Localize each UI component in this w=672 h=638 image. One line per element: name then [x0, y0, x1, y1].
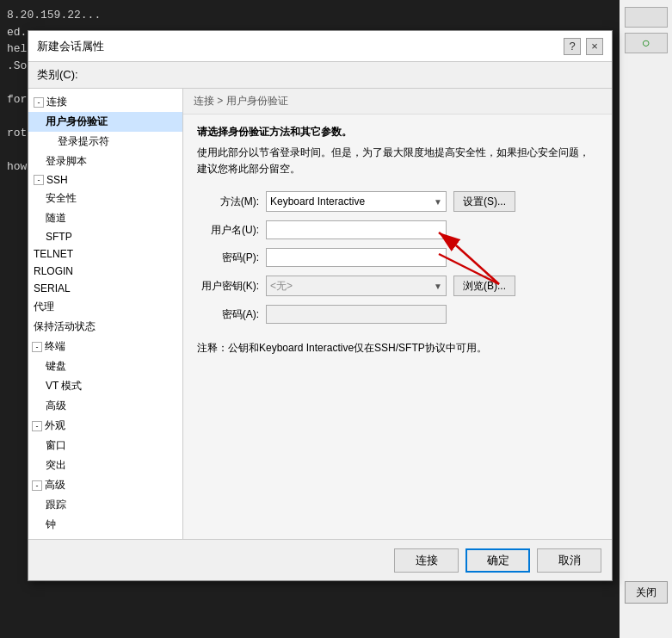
tree-panel: - 连接 用户身份验证 登录提示符 登录脚本 [28, 89, 183, 539]
username-control-wrapper [266, 220, 447, 239]
section-note: 使用此部分以节省登录时间。但是，为了最大限度地提高安全性，如果担心安全问题， 建… [197, 145, 598, 177]
username-label: 用户名(U): [197, 223, 266, 238]
tree-label: 钟 [46, 517, 56, 532]
tree-label: 外观 [45, 418, 65, 433]
dialog-titlebar: 新建会话属性 ? × [28, 31, 612, 62]
userkey-label: 用户密钥(K): [197, 279, 266, 294]
dialog: 新建会话属性 ? × 类别(C): - 连接 用户身份验证 [28, 30, 613, 581]
ok-button[interactable]: 确定 [465, 548, 530, 573]
dialog-body: - 连接 用户身份验证 登录提示符 登录脚本 [28, 89, 612, 539]
tree-label: 键盘 [46, 359, 66, 374]
method-label: 方法(M): [197, 195, 266, 209]
tree-item-keepalive[interactable]: 保持活动状态 [28, 317, 182, 337]
password-control-wrapper [266, 248, 447, 267]
userkey-row: 用户密钥(K): <无> ▼ 浏览(B)... [197, 276, 598, 296]
right-panel-btn2[interactable]: ○ [625, 33, 668, 53]
tree-label: VT 模式 [46, 379, 82, 393]
method-select[interactable]: Keyboard Interactive ▼ [266, 191, 447, 212]
password-label: 密码(P): [197, 251, 266, 265]
tree-item-appearance[interactable]: - 外观 [28, 416, 182, 436]
connect-button[interactable]: 连接 [394, 548, 459, 573]
tree-item-keyboard[interactable]: 键盘 [28, 356, 182, 376]
expand-icon-advanced[interactable]: - [32, 480, 42, 491]
tree-label: 高级 [45, 478, 65, 492]
tree-label: 登录脚本 [46, 154, 87, 169]
tree-item-connection[interactable]: - 连接 [28, 92, 182, 112]
expand-icon-ssh[interactable]: - [34, 175, 44, 185]
dialog-footer: 连接 确定 取消 [28, 539, 612, 580]
username-input[interactable] [266, 220, 447, 239]
username-row: 用户名(U): [197, 220, 598, 239]
footnote: 注释：公钥和Keyboard Interactive仅在SSH/SFTP协议中可… [197, 341, 598, 364]
browse-button[interactable]: 浏览(B)... [453, 276, 515, 296]
tree-item-advanced[interactable]: - 高级 [28, 475, 182, 495]
tree-item-highlight[interactable]: 突出 [28, 455, 182, 475]
passphrase-label: 密码(A): [197, 307, 266, 322]
method-control-wrapper: Keyboard Interactive ▼ 设置(S)... [266, 191, 515, 212]
tree-label: 代理 [34, 300, 54, 314]
close-button[interactable]: × [586, 38, 603, 55]
tree-item-rlogin[interactable]: RLOGIN [28, 263, 182, 280]
tree-label: 突出 [46, 458, 66, 473]
tree-label: SSH [46, 174, 68, 186]
tree-label: 登录提示符 [58, 134, 109, 149]
password-row: 密码(P): [197, 248, 598, 267]
chevron-down-icon-userkey: ▼ [434, 282, 442, 291]
tree-item-tunnel[interactable]: 随道 [28, 208, 182, 228]
chevron-down-icon: ▼ [434, 197, 442, 207]
right-panel: ○ 关闭 [620, 0, 672, 638]
userkey-select-value: <无> [270, 279, 293, 294]
content-panel: 连接 > 用户身份验证 请选择身份验证方法和其它参数。 使用此部分以节省登录时间… [183, 89, 612, 539]
breadcrumb: 连接 > 用户身份验证 [183, 89, 612, 115]
right-panel-btn1[interactable] [625, 7, 668, 28]
tree-item-vtmode[interactable]: VT 模式 [28, 376, 182, 396]
passphrase-control-wrapper [266, 305, 447, 324]
cancel-button[interactable]: 取消 [537, 548, 601, 573]
tree-label: 安全性 [46, 191, 77, 206]
tree-item-login-prompt[interactable]: 登录提示符 [28, 132, 182, 152]
tree-label: 高级 [46, 399, 66, 413]
expand-icon[interactable]: - [34, 97, 44, 108]
tree-item-telnet[interactable]: TELNET [28, 245, 182, 263]
userkey-select[interactable]: <无> ▼ [266, 276, 447, 296]
category-label: 类别(C): [28, 62, 612, 89]
tree-item-window[interactable]: 窗口 [28, 436, 182, 455]
terminal-line: 8.20.159.22... [7, 7, 613, 24]
tree-label: 窗口 [46, 438, 66, 453]
tree-item-delete[interactable]: 跟踪 [28, 495, 182, 515]
tree-item-auth[interactable]: 用户身份验证 [28, 112, 182, 132]
method-select-value: Keyboard Interactive [270, 195, 365, 208]
settings-button[interactable]: 设置(S)... [453, 191, 515, 212]
content-area: 请选择身份验证方法和其它参数。 使用此部分以节省登录时间。但是，为了最大限度地提… [183, 115, 612, 539]
tree-label: TELNET [34, 248, 73, 260]
dialog-title-buttons: ? × [564, 38, 603, 55]
tree-label: 跟踪 [46, 498, 66, 512]
expand-icon-terminal[interactable]: - [32, 342, 42, 352]
help-button[interactable]: ? [564, 38, 581, 55]
method-row: 方法(M): Keyboard Interactive ▼ 设置(S)... [197, 191, 598, 212]
tree-item-sftp[interactable]: SFTP [28, 228, 182, 245]
tree-label: SERIAL [34, 282, 71, 294]
tree-label: 随道 [46, 211, 66, 226]
tree-item-terminal[interactable]: - 终端 [28, 337, 182, 356]
close-side-button[interactable]: 关闭 [625, 581, 668, 604]
section-description: 请选择身份验证方法和其它参数。 [197, 125, 598, 139]
tree-item-login-script[interactable]: 登录脚本 [28, 152, 182, 171]
passphrase-input[interactable] [266, 305, 447, 324]
passphrase-row: 密码(A): [197, 305, 598, 324]
tree-label: 终端 [45, 339, 65, 354]
tree-item-serial[interactable]: SERIAL [28, 280, 182, 297]
tree-item-advanced-term[interactable]: 高级 [28, 396, 182, 416]
tree-label: 保持活动状态 [34, 319, 96, 334]
tree-item-proxy[interactable]: 代理 [28, 297, 182, 317]
tree-label: 连接 [46, 95, 67, 109]
tree-item-bell[interactable]: 钟 [28, 515, 182, 535]
dialog-title: 新建会话属性 [37, 39, 104, 54]
tree-item-security[interactable]: 安全性 [28, 189, 182, 208]
tree-label: RLOGIN [34, 265, 73, 277]
tree-label: SFTP [46, 231, 72, 243]
password-input[interactable] [266, 248, 447, 267]
expand-icon-appearance[interactable]: - [32, 421, 42, 431]
tree-label-auth: 用户身份验证 [46, 115, 108, 129]
tree-item-ssh[interactable]: - SSH [28, 171, 182, 189]
